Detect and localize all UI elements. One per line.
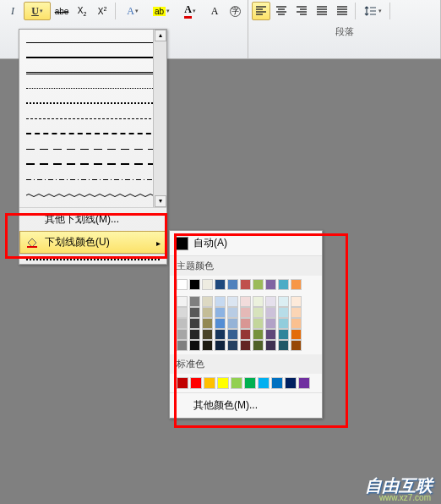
- color-swatch[interactable]: [253, 329, 264, 340]
- color-swatch[interactable]: [189, 279, 200, 290]
- underline-style-single[interactable]: [26, 35, 160, 50]
- border-button[interactable]: [414, 2, 433, 20]
- underline-color-item[interactable]: 下划线颜色(U) ▸: [19, 231, 166, 254]
- color-swatch[interactable]: [227, 318, 238, 329]
- color-swatch[interactable]: [189, 340, 200, 351]
- color-swatch[interactable]: [265, 318, 276, 329]
- color-swatch[interactable]: [202, 279, 213, 290]
- color-swatch[interactable]: [291, 307, 302, 318]
- color-swatch[interactable]: [177, 307, 188, 318]
- color-swatch[interactable]: [240, 296, 251, 307]
- color-swatch[interactable]: [278, 329, 289, 340]
- font-color-button[interactable]: A▾: [177, 2, 204, 20]
- underline-style-dash-dot[interactable]: [26, 172, 160, 187]
- color-swatch[interactable]: [240, 307, 251, 318]
- color-swatch[interactable]: [265, 329, 276, 340]
- color-swatch[interactable]: [291, 296, 302, 307]
- font-color-outline-button[interactable]: A▾: [119, 2, 146, 20]
- underline-button[interactable]: U▾: [24, 2, 51, 20]
- color-swatch[interactable]: [189, 329, 200, 340]
- color-swatch[interactable]: [298, 377, 310, 389]
- strikethrough-button[interactable]: abe: [52, 2, 71, 20]
- color-swatch[interactable]: [189, 307, 200, 318]
- color-swatch[interactable]: [291, 318, 302, 329]
- color-swatch[interactable]: [215, 329, 226, 340]
- underline-style-dotted-thick[interactable]: [26, 96, 160, 111]
- color-swatch[interactable]: [231, 377, 242, 389]
- fill-button[interactable]: [394, 2, 412, 20]
- auto-color-item[interactable]: 自动(A): [170, 231, 322, 256]
- color-swatch[interactable]: [244, 377, 256, 389]
- dropdown-scrollbar[interactable]: ▴ ▾: [153, 30, 166, 207]
- color-swatch[interactable]: [253, 296, 264, 307]
- color-swatch[interactable]: [227, 279, 238, 290]
- color-swatch[interactable]: [227, 329, 238, 340]
- color-swatch[interactable]: [177, 377, 188, 389]
- color-swatch[interactable]: [227, 340, 238, 351]
- color-swatch[interactable]: [253, 307, 264, 318]
- color-swatch[interactable]: [190, 377, 202, 389]
- line-spacing-button[interactable]: ▾: [359, 2, 386, 20]
- color-swatch[interactable]: [202, 340, 213, 351]
- color-swatch[interactable]: [278, 318, 289, 329]
- color-swatch[interactable]: [240, 279, 251, 290]
- color-swatch[interactable]: [240, 318, 251, 329]
- italic-button[interactable]: I: [3, 2, 22, 20]
- align-center-button[interactable]: [272, 2, 291, 20]
- underline-style-thick[interactable]: [26, 50, 160, 65]
- character-scaling-button[interactable]: A: [205, 2, 224, 20]
- color-swatch[interactable]: [278, 340, 289, 351]
- color-swatch[interactable]: [291, 329, 302, 340]
- color-swatch[interactable]: [240, 340, 251, 351]
- color-swatch[interactable]: [278, 279, 289, 290]
- color-swatch[interactable]: [177, 329, 188, 340]
- distributed-button[interactable]: [333, 2, 351, 20]
- color-swatch[interactable]: [253, 340, 264, 351]
- color-swatch[interactable]: [271, 377, 283, 389]
- color-swatch[interactable]: [202, 296, 213, 307]
- color-swatch[interactable]: [265, 279, 276, 290]
- color-swatch[interactable]: [291, 340, 302, 351]
- underline-style-double[interactable]: [26, 65, 160, 80]
- color-swatch[interactable]: [227, 296, 238, 307]
- subscript-button[interactable]: X2: [73, 2, 91, 20]
- highlight-color-button[interactable]: ab▾: [148, 2, 175, 20]
- color-swatch[interactable]: [202, 307, 213, 318]
- align-right-button[interactable]: [292, 2, 311, 20]
- color-swatch[interactable]: [202, 318, 213, 329]
- underline-style-long-dash[interactable]: [26, 141, 160, 156]
- justify-button[interactable]: [313, 2, 331, 20]
- color-swatch[interactable]: [278, 307, 289, 318]
- more-underlines-item[interactable]: 其他下划线(M)...: [19, 207, 166, 231]
- color-swatch[interactable]: [278, 296, 289, 307]
- align-left-button[interactable]: [252, 2, 270, 20]
- color-swatch[interactable]: [215, 296, 226, 307]
- color-swatch[interactable]: [253, 318, 264, 329]
- scroll-up-button[interactable]: ▴: [155, 30, 166, 41]
- enclose-character-button[interactable]: 字: [226, 2, 244, 20]
- color-swatch[interactable]: [215, 279, 226, 290]
- color-swatch[interactable]: [285, 377, 297, 389]
- color-swatch[interactable]: [253, 279, 264, 290]
- more-colors-item[interactable]: 其他颜色(M)...: [170, 392, 322, 418]
- color-swatch[interactable]: [189, 318, 200, 329]
- color-swatch[interactable]: [265, 296, 276, 307]
- underline-style-dotted[interactable]: [26, 80, 160, 96]
- color-swatch[interactable]: [258, 377, 270, 389]
- underline-style-wave[interactable]: [26, 187, 160, 202]
- color-swatch[interactable]: [265, 340, 276, 351]
- color-swatch[interactable]: [215, 307, 226, 318]
- scroll-down-button[interactable]: ▾: [155, 195, 166, 207]
- color-swatch[interactable]: [177, 318, 188, 329]
- underline-style-dashed-thick[interactable]: [26, 126, 160, 141]
- color-swatch[interactable]: [227, 307, 238, 318]
- color-swatch[interactable]: [291, 279, 302, 290]
- color-swatch[interactable]: [215, 340, 226, 351]
- color-swatch[interactable]: [215, 318, 226, 329]
- color-swatch[interactable]: [204, 377, 215, 389]
- color-swatch[interactable]: [265, 307, 276, 318]
- underline-style-long-dash-thick[interactable]: [26, 156, 160, 172]
- color-swatch[interactable]: [189, 296, 200, 307]
- color-swatch[interactable]: [202, 329, 213, 340]
- color-swatch[interactable]: [217, 377, 229, 389]
